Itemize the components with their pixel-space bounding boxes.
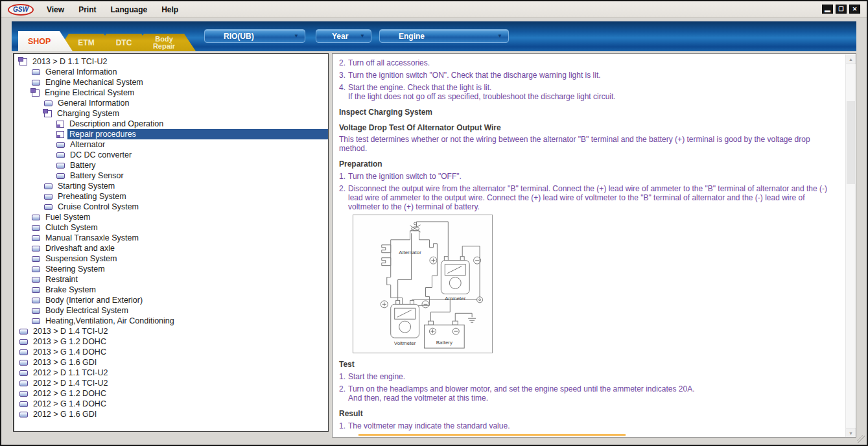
battery-label: Battery: [436, 340, 452, 346]
tree-item[interactable]: Charging System: [14, 108, 328, 119]
closed-node-icon: [19, 401, 28, 407]
closed-node-icon: [32, 308, 40, 314]
tree-item[interactable]: 2013 > G 1.6 GDI: [14, 357, 328, 368]
tree-item[interactable]: Battery Sensor: [14, 170, 328, 181]
tree-item[interactable]: 2013 > G 1.4 DOHC: [14, 347, 328, 357]
tree-item[interactable]: General Information: [14, 98, 328, 108]
resize-grip[interactable]: [857, 435, 865, 443]
tree-item[interactable]: Engine Mechanical System: [14, 77, 328, 88]
tree-item[interactable]: Battery: [14, 160, 328, 170]
tree-item[interactable]: Driveshaft and axle: [14, 243, 328, 253]
maximize-button[interactable]: ❐: [836, 5, 847, 14]
tree-item[interactable]: 2012 > G 1.2 DOHC: [14, 388, 328, 399]
tree-item[interactable]: Steering System: [14, 264, 328, 274]
closed-node-icon: [32, 298, 40, 303]
tree-item[interactable]: Cruise Control System: [14, 202, 328, 212]
tree-item[interactable]: Suspension System: [14, 253, 328, 264]
menu-bar: GSW View Print Language Help ▬ ❐ ✕: [1, 1, 867, 18]
procedure-step: 2. Turn off all accessories.: [339, 58, 839, 67]
chevron-down-icon: ▼: [360, 33, 365, 39]
tab-shop[interactable]: SHOP: [18, 31, 73, 51]
tree-item[interactable]: Brake System: [14, 285, 328, 295]
tree-item-selected[interactable]: Repair procedures: [14, 129, 328, 139]
content-scrollbar[interactable]: ▲ ▼: [845, 54, 855, 438]
scroll-down-icon[interactable]: ▼: [846, 428, 856, 438]
preparation-heading: Preparation: [339, 159, 839, 169]
menu-print[interactable]: Print: [76, 4, 99, 16]
closed-node-icon: [44, 194, 53, 200]
tree-item[interactable]: Restraint: [14, 274, 328, 285]
closed-node-icon: [19, 381, 28, 386]
tree-item[interactable]: Fuel System: [14, 212, 328, 222]
tree-item[interactable]: 2012 > D 1.4 TCI-U2: [14, 378, 328, 388]
tree-item[interactable]: 2013 > G 1.2 DOHC: [14, 336, 328, 347]
tree-item[interactable]: Preheating System: [14, 191, 328, 202]
chevron-down-icon: ▼: [497, 33, 502, 39]
closed-node-icon: [32, 246, 40, 252]
closed-node-icon: [56, 142, 65, 148]
tree-item[interactable]: 2012 > G 1.6 GDI: [14, 409, 328, 419]
closed-node-icon: [32, 287, 40, 293]
alternator-label: Alternator: [399, 250, 421, 255]
tree-item[interactable]: 2012 > G 1.4 DOHC: [14, 399, 328, 409]
description-text: This test determines whether or not the …: [339, 135, 839, 153]
closed-node-icon: [44, 100, 53, 106]
tree-item[interactable]: 2013 > D 1.1 TCI-U2: [14, 56, 328, 67]
menu-help[interactable]: Help: [159, 4, 181, 16]
scroll-up-icon[interactable]: ▲: [846, 54, 856, 64]
procedure-step: 1. Start the engine.: [339, 372, 839, 381]
tree-item[interactable]: 2012 > D 1.1 TCI-U2: [14, 368, 328, 378]
closed-node-icon: [19, 349, 28, 355]
closed-node-icon: [32, 225, 40, 231]
year-dropdown[interactable]: Year ▼: [316, 29, 371, 43]
procedure-step: 3. Turn the ignition switch "ON". Check …: [339, 71, 839, 80]
procedure-content: 2. Turn off all accessories. 3. Turn the…: [332, 53, 856, 438]
closed-node-icon: [19, 329, 28, 334]
ammeter-label: Ammeter: [445, 296, 466, 301]
tree-item[interactable]: Clutch System: [14, 222, 328, 233]
section-heading: Inspect Charging System: [339, 108, 839, 117]
closed-node-icon: [44, 204, 53, 210]
document-icon: [56, 121, 64, 128]
minimize-button[interactable]: ▬: [822, 5, 833, 14]
tree-item[interactable]: Heating,Ventilation, Air Conditioning: [14, 316, 328, 326]
tree-item[interactable]: Manual Transaxle System: [14, 233, 328, 243]
voltmeter-label: Voltmeter: [394, 340, 416, 346]
wiring-diagram-figure: Alternator Ammeter Voltmeter Battery: [353, 215, 493, 353]
tree-item[interactable]: Body (Interior and Exterior): [14, 295, 328, 305]
closed-node-icon: [19, 412, 28, 417]
header-band: SHOP ETM DTC Body Repair RIO(UB) ▼ Year …: [12, 21, 856, 51]
test-heading: Test: [339, 360, 839, 369]
tree-item[interactable]: General Information: [14, 67, 328, 77]
menu-view[interactable]: View: [44, 4, 67, 16]
closed-node-icon: [56, 173, 65, 179]
open-node-icon: [44, 110, 52, 117]
engine-dropdown[interactable]: Engine ▼: [379, 29, 509, 43]
scrollbar-thumb[interactable]: [847, 101, 855, 184]
tree-item[interactable]: Alternator: [14, 139, 328, 150]
procedure-step: 2. Disconnect the output wire from the a…: [339, 184, 839, 211]
tree-item[interactable]: DC DC converter: [14, 150, 328, 160]
procedure-step: 1. Turn the ignition switch to "OFF".: [339, 172, 839, 181]
closed-node-icon: [32, 80, 40, 86]
tree-item[interactable]: Description and Operation: [14, 119, 328, 129]
open-node-icon: [32, 89, 40, 97]
closed-node-icon: [32, 215, 40, 220]
tree-item[interactable]: Body Electrical System: [14, 305, 328, 316]
result-heading: Result: [339, 409, 839, 418]
document-icon: [56, 131, 64, 138]
closed-node-icon: [19, 370, 28, 376]
tree-item[interactable]: Engine Electrical System: [14, 88, 328, 98]
menu-language[interactable]: Language: [108, 4, 150, 16]
close-button[interactable]: ✕: [849, 5, 860, 14]
closed-node-icon: [32, 318, 40, 324]
closed-node-icon: [19, 339, 28, 345]
tree-item[interactable]: Starting System: [14, 181, 328, 191]
model-dropdown[interactable]: RIO(UB) ▼: [204, 29, 305, 43]
closed-node-icon: [32, 69, 40, 75]
spec-divider: [358, 434, 626, 436]
tree-item[interactable]: 2013 > D 1.4 TCI-U2: [14, 326, 328, 336]
procedure-step: 1. The voltmeter may indicate the standa…: [339, 421, 839, 430]
procedure-step: 2. Turn on the headlamps and blower moto…: [339, 384, 839, 403]
closed-node-icon: [32, 256, 40, 262]
